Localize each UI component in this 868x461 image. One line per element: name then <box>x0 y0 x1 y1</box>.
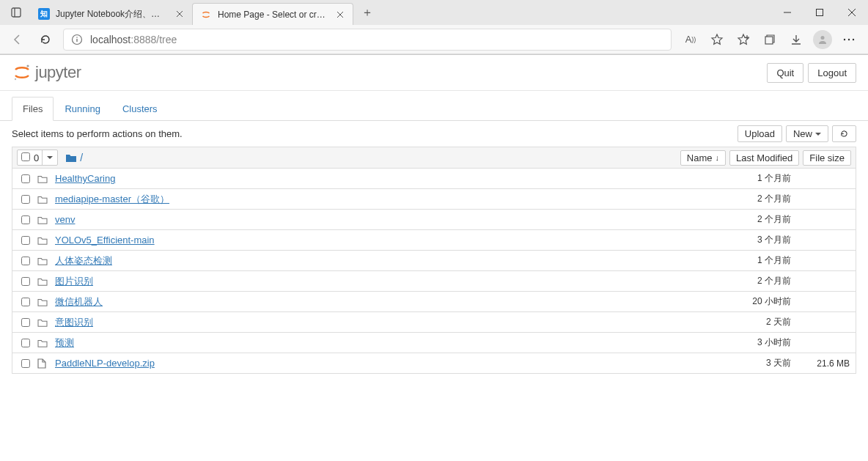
refresh-list-button[interactable] <box>832 125 856 142</box>
close-window-button[interactable] <box>836 0 868 25</box>
breadcrumb-root: / <box>80 152 83 163</box>
folder-icon <box>37 277 49 286</box>
sort-name-button[interactable]: Name↓ <box>680 150 726 166</box>
row-checkbox[interactable] <box>21 277 30 286</box>
action-hint: Select items to perform actions on them. <box>12 128 183 139</box>
row-checkbox[interactable] <box>21 298 30 306</box>
folder-icon <box>65 152 77 163</box>
caret-down-icon <box>815 133 821 136</box>
url-text: localhost:8888/tree <box>90 34 177 45</box>
close-tab-icon[interactable] <box>335 10 345 20</box>
item-modified: 2 个月前 <box>725 213 791 226</box>
item-modified: 3 个月前 <box>725 234 791 246</box>
star-icon[interactable] <box>705 28 729 51</box>
folder-icon <box>37 339 49 347</box>
item-modified: 1 个月前 <box>725 172 791 185</box>
item-link[interactable]: 人体姿态检测 <box>55 254 112 268</box>
item-link[interactable]: 预测 <box>55 336 74 350</box>
browser-tab[interactable]: 知Jupyter Notebook介绍、安装及 <box>31 3 192 25</box>
item-modified: 2 天前 <box>725 316 791 328</box>
select-all-checkbox[interactable] <box>21 152 30 161</box>
favorites-icon[interactable] <box>732 28 755 51</box>
folder-icon <box>37 318 49 327</box>
quit-button[interactable]: Quit <box>767 63 803 83</box>
file-row: PaddleNLP-develop.zip3 天前21.6 MB <box>12 353 856 374</box>
collections-icon[interactable] <box>758 28 781 51</box>
row-checkbox[interactable] <box>21 318 30 327</box>
file-icon <box>37 358 49 369</box>
row-checkbox[interactable] <box>21 359 30 368</box>
url-field[interactable]: localhost:8888/tree <box>63 29 672 51</box>
item-link[interactable]: 微信机器人 <box>55 295 103 309</box>
row-checkbox[interactable] <box>21 339 30 347</box>
select-all-control[interactable]: 0 <box>17 150 58 166</box>
item-modified: 3 天前 <box>725 357 791 369</box>
svg-point-21 <box>15 78 16 80</box>
minimize-button[interactable] <box>771 0 803 25</box>
svg-point-17 <box>844 38 845 40</box>
row-checkbox[interactable] <box>21 257 30 265</box>
jupyter-logo[interactable]: jupyter <box>12 62 81 83</box>
new-button-label: New <box>793 128 812 139</box>
item-link[interactable]: 图片识别 <box>55 275 93 288</box>
read-aloud-icon[interactable]: A)) <box>679 28 702 51</box>
col-name-label: Name <box>687 152 713 163</box>
item-modified: 2 个月前 <box>725 193 791 205</box>
select-dropdown[interactable] <box>42 150 57 165</box>
tab-overview-button[interactable] <box>6 2 26 23</box>
row-checkbox[interactable] <box>21 215 30 224</box>
sort-size-button[interactable]: File size <box>803 150 851 166</box>
item-modified: 20 小时前 <box>725 295 791 308</box>
folder-icon <box>37 298 49 306</box>
file-row: mediapipe-master（谷歌）2 个月前 <box>12 189 856 210</box>
toolbar: Select items to perform actions on them.… <box>0 121 868 147</box>
item-link[interactable]: mediapipe-master（谷歌） <box>55 193 169 206</box>
item-modified: 1 个月前 <box>725 254 791 267</box>
new-button[interactable]: New <box>786 125 828 142</box>
file-row: 图片识别2 个月前 <box>12 271 856 292</box>
tab-running[interactable]: Running <box>54 97 111 121</box>
selected-count: 0 <box>34 152 42 163</box>
file-row: 人体姿态检测1 个月前 <box>12 251 856 271</box>
profile-avatar[interactable] <box>811 28 834 51</box>
item-link[interactable]: PaddleNLP-develop.zip <box>55 358 155 369</box>
favicon-icon <box>200 9 212 21</box>
sort-modified-button[interactable]: Last Modified <box>729 150 799 166</box>
svg-rect-15 <box>765 37 773 44</box>
row-checkbox[interactable] <box>21 195 30 204</box>
item-link[interactable]: HealthyCaring <box>55 173 115 184</box>
tab-clusters[interactable]: Clusters <box>111 97 169 121</box>
row-checkbox[interactable] <box>21 174 30 183</box>
browser-tab[interactable]: Home Page - Select or create a n <box>192 3 353 25</box>
breadcrumb[interactable]: / <box>65 152 83 163</box>
jupyter-tabs: Files Running Clusters <box>0 97 868 121</box>
svg-rect-0 <box>12 8 21 17</box>
row-checkbox[interactable] <box>21 236 30 245</box>
svg-rect-7 <box>817 10 823 16</box>
close-tab-icon[interactable] <box>174 9 185 19</box>
new-tab-button[interactable]: ＋ <box>356 1 378 23</box>
file-row: venv2 个月前 <box>12 210 856 230</box>
more-icon[interactable] <box>837 28 861 51</box>
favicon-icon: 知 <box>38 8 50 20</box>
folder-icon <box>37 257 49 265</box>
file-row: 微信机器人20 小时前 <box>12 292 856 312</box>
back-button[interactable] <box>7 29 28 50</box>
site-info-icon[interactable] <box>71 34 83 45</box>
svg-point-18 <box>848 38 850 40</box>
folder-icon <box>37 195 49 204</box>
file-row: YOLOv5_Efficient-main3 个月前 <box>12 230 856 251</box>
item-link[interactable]: 意图识别 <box>55 316 93 329</box>
refresh-button[interactable] <box>35 29 56 50</box>
downloads-icon[interactable] <box>784 28 808 51</box>
item-modified: 2 个月前 <box>725 275 791 287</box>
tab-files[interactable]: Files <box>12 97 54 121</box>
item-link[interactable]: YOLOv5_Efficient-main <box>55 235 155 246</box>
maximize-button[interactable] <box>803 0 836 25</box>
svg-point-16 <box>821 36 825 40</box>
item-link[interactable]: venv <box>55 214 75 225</box>
svg-point-19 <box>853 38 854 40</box>
upload-button[interactable]: Upload <box>738 125 782 142</box>
logout-button[interactable]: Logout <box>808 63 856 83</box>
file-row: 意图识别2 天前 <box>12 312 856 333</box>
